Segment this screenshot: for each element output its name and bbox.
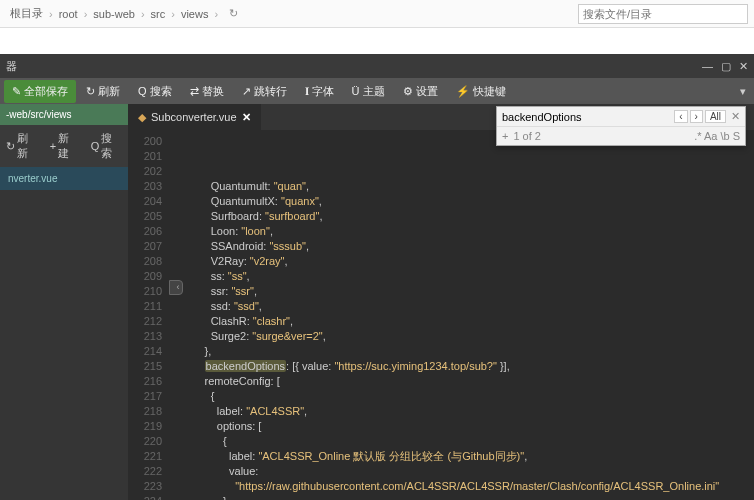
breadcrumb-item[interactable]: views bbox=[177, 6, 213, 22]
theme-icon: Ü bbox=[352, 85, 360, 97]
vue-file-icon: ◆ bbox=[138, 111, 146, 124]
bolt-icon: ⚡ bbox=[456, 85, 470, 98]
settings-button[interactable]: ⚙设置 bbox=[395, 80, 446, 103]
font-icon: 𝐈 bbox=[305, 85, 309, 98]
find-panel: ‹ › All ✕ + 1 of 2 .* Aa \b S bbox=[496, 106, 746, 146]
replace-button[interactable]: ⇄替换 bbox=[182, 80, 232, 103]
sidebar-new-button[interactable]: +新建 bbox=[46, 129, 83, 163]
editor-title-text: 器 bbox=[6, 59, 17, 74]
editor: ◆ Subconverter.vue ✕ 2002012022032042052… bbox=[128, 104, 754, 500]
breadcrumb-item[interactable]: src bbox=[147, 6, 170, 22]
maximize-icon[interactable]: ▢ bbox=[721, 60, 731, 73]
code-content[interactable]: ‹ Quantumult: "quan", QuantumultX: "quan… bbox=[170, 130, 754, 500]
file-tab[interactable]: ◆ Subconverter.vue ✕ bbox=[128, 104, 261, 130]
breadcrumb-item[interactable]: root bbox=[55, 6, 82, 22]
chevron-right-icon: › bbox=[84, 8, 88, 20]
reload-icon[interactable]: ↻ bbox=[226, 4, 241, 23]
replace-icon: ⇄ bbox=[190, 85, 199, 98]
sidebar-search-button[interactable]: Q搜索 bbox=[87, 129, 126, 163]
editor-titlebar: 器 — ▢ ✕ bbox=[0, 54, 754, 78]
breadcrumb-item[interactable]: sub-web bbox=[89, 6, 139, 22]
chevron-right-icon: › bbox=[49, 8, 53, 20]
save-icon: ✎ bbox=[12, 85, 21, 98]
save-button[interactable]: ✎全部保存 bbox=[4, 80, 76, 103]
close-icon[interactable]: ✕ bbox=[739, 60, 748, 73]
gear-icon: ⚙ bbox=[403, 85, 413, 98]
chevron-right-icon: › bbox=[141, 8, 145, 20]
refresh-icon: ↻ bbox=[86, 85, 95, 98]
plus-icon: + bbox=[50, 140, 56, 152]
editor-toolbar: ✎全部保存 ↻刷新 Q搜索 ⇄替换 ↗跳转行 𝐈字体 Ü主题 ⚙设置 ⚡快捷键 … bbox=[0, 78, 754, 104]
find-count: 1 of 2 bbox=[513, 130, 541, 142]
minimize-icon[interactable]: — bbox=[702, 60, 713, 73]
chevron-right-icon: › bbox=[214, 8, 218, 20]
find-all-button[interactable]: All bbox=[705, 110, 726, 123]
goto-button[interactable]: ↗跳转行 bbox=[234, 80, 295, 103]
theme-button[interactable]: Ü主题 bbox=[344, 80, 393, 103]
find-next-button[interactable]: › bbox=[690, 110, 703, 123]
chevron-right-icon: › bbox=[171, 8, 175, 20]
find-prev-button[interactable]: ‹ bbox=[674, 110, 687, 123]
code-area[interactable]: 2002012022032042052062072082092102112122… bbox=[128, 130, 754, 500]
refresh-button[interactable]: ↻刷新 bbox=[78, 80, 128, 103]
hotkeys-button[interactable]: ⚡快捷键 bbox=[448, 80, 514, 103]
tab-close-icon[interactable]: ✕ bbox=[242, 111, 251, 124]
sidebar-path: -web/src/views bbox=[0, 104, 128, 125]
find-expand-icon[interactable]: + bbox=[502, 130, 508, 142]
search-icon: Q bbox=[91, 140, 100, 152]
sidebar: -web/src/views ↻刷新 +新建 Q搜索 nverter.vue bbox=[0, 104, 128, 500]
breadcrumb-item[interactable]: 根目录 bbox=[6, 4, 47, 23]
search-icon: Q bbox=[138, 85, 147, 97]
goto-icon: ↗ bbox=[242, 85, 251, 98]
find-options[interactable]: .* Aa \b S bbox=[694, 130, 740, 142]
line-gutter: 2002012022032042052062072082092102112122… bbox=[128, 130, 170, 500]
search-input[interactable] bbox=[578, 4, 748, 24]
sidebar-refresh-button[interactable]: ↻刷新 bbox=[2, 129, 42, 163]
refresh-icon: ↻ bbox=[6, 140, 15, 153]
tab-label: Subconverter.vue bbox=[151, 111, 237, 123]
breadcrumb-bar: 根目录›root›sub-web›src›views› ↻ bbox=[0, 0, 754, 28]
chevron-down-icon[interactable]: ▾ bbox=[736, 81, 750, 102]
panel-collapse-icon[interactable]: ‹ bbox=[169, 280, 183, 295]
find-input[interactable] bbox=[502, 111, 669, 123]
search-button[interactable]: Q搜索 bbox=[130, 80, 180, 103]
breadcrumb: 根目录›root›sub-web›src›views› bbox=[6, 4, 218, 23]
sidebar-file-item[interactable]: nverter.vue bbox=[0, 167, 128, 190]
font-button[interactable]: 𝐈字体 bbox=[297, 80, 342, 103]
find-close-icon[interactable]: ✕ bbox=[731, 110, 740, 123]
